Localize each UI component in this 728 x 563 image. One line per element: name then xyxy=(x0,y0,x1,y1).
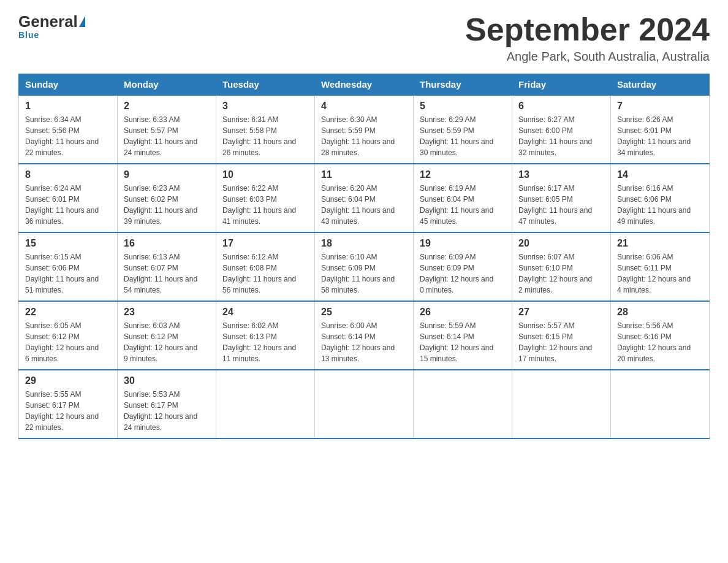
day-info: Sunrise: 6:00 AMSunset: 6:14 PMDaylight:… xyxy=(321,320,407,364)
day-number: 10 xyxy=(222,169,308,180)
day-info: Sunrise: 6:31 AMSunset: 5:58 PMDaylight:… xyxy=(222,114,308,158)
calendar-day-cell: 30Sunrise: 5:53 AMSunset: 6:17 PMDayligh… xyxy=(118,370,216,439)
calendar-day-cell: 1Sunrise: 6:34 AMSunset: 5:56 PMDaylight… xyxy=(19,95,118,164)
calendar-day-cell: 29Sunrise: 5:55 AMSunset: 6:17 PMDayligh… xyxy=(19,370,118,439)
calendar-day-cell: 19Sunrise: 6:09 AMSunset: 6:09 PMDayligh… xyxy=(414,232,512,301)
day-number: 20 xyxy=(518,238,604,249)
day-number: 23 xyxy=(124,307,210,318)
day-info: Sunrise: 6:27 AMSunset: 6:00 PMDaylight:… xyxy=(518,114,604,158)
day-number: 14 xyxy=(617,169,703,180)
calendar-day-cell xyxy=(216,370,315,439)
day-info: Sunrise: 6:12 AMSunset: 6:08 PMDaylight:… xyxy=(222,251,308,296)
day-info: Sunrise: 6:16 AMSunset: 6:06 PMDaylight:… xyxy=(617,183,703,227)
day-number: 26 xyxy=(420,307,506,318)
day-number: 17 xyxy=(222,238,308,249)
day-info: Sunrise: 5:56 AMSunset: 6:16 PMDaylight:… xyxy=(617,320,703,364)
calendar-week-row: 22Sunrise: 6:05 AMSunset: 6:12 PMDayligh… xyxy=(19,301,710,370)
day-info: Sunrise: 6:30 AMSunset: 5:59 PMDaylight:… xyxy=(321,114,407,158)
day-info: Sunrise: 6:10 AMSunset: 6:09 PMDaylight:… xyxy=(321,251,407,296)
day-number: 28 xyxy=(617,307,703,318)
day-info: Sunrise: 6:15 AMSunset: 6:06 PMDaylight:… xyxy=(25,251,111,296)
calendar-week-row: 8Sunrise: 6:24 AMSunset: 6:01 PMDaylight… xyxy=(19,164,710,232)
calendar-day-cell: 27Sunrise: 5:57 AMSunset: 6:15 PMDayligh… xyxy=(512,301,611,370)
calendar-day-cell: 6Sunrise: 6:27 AMSunset: 6:00 PMDaylight… xyxy=(512,95,611,164)
calendar-day-cell: 18Sunrise: 6:10 AMSunset: 6:09 PMDayligh… xyxy=(315,232,414,301)
day-number: 6 xyxy=(518,101,604,112)
calendar-day-cell: 10Sunrise: 6:22 AMSunset: 6:03 PMDayligh… xyxy=(216,164,315,232)
calendar-day-cell: 12Sunrise: 6:19 AMSunset: 6:04 PMDayligh… xyxy=(414,164,512,232)
day-info: Sunrise: 6:13 AMSunset: 6:07 PMDaylight:… xyxy=(124,251,210,296)
calendar-day-cell: 16Sunrise: 6:13 AMSunset: 6:07 PMDayligh… xyxy=(118,232,216,301)
calendar-day-cell: 23Sunrise: 6:03 AMSunset: 6:12 PMDayligh… xyxy=(118,301,216,370)
calendar-day-cell xyxy=(611,370,710,439)
day-number: 3 xyxy=(222,101,308,112)
calendar-header-friday: Friday xyxy=(512,74,611,96)
calendar-day-cell: 11Sunrise: 6:20 AMSunset: 6:04 PMDayligh… xyxy=(315,164,414,232)
day-number: 29 xyxy=(25,375,111,386)
calendar-day-cell: 3Sunrise: 6:31 AMSunset: 5:58 PMDaylight… xyxy=(216,95,315,164)
calendar-header-thursday: Thursday xyxy=(414,74,512,96)
calendar-day-cell: 7Sunrise: 6:26 AMSunset: 6:01 PMDaylight… xyxy=(611,95,710,164)
day-number: 1 xyxy=(25,101,111,112)
subtitle: Angle Park, South Australia, Australia xyxy=(465,50,710,64)
title-area: September 2024 Angle Park, South Austral… xyxy=(465,12,710,64)
calendar-day-cell: 14Sunrise: 6:16 AMSunset: 6:06 PMDayligh… xyxy=(611,164,710,232)
calendar-day-cell: 2Sunrise: 6:33 AMSunset: 5:57 PMDaylight… xyxy=(118,95,216,164)
day-info: Sunrise: 6:20 AMSunset: 6:04 PMDaylight:… xyxy=(321,183,407,227)
calendar-day-cell xyxy=(512,370,611,439)
calendar-day-cell: 21Sunrise: 6:06 AMSunset: 6:11 PMDayligh… xyxy=(611,232,710,301)
calendar-day-cell: 20Sunrise: 6:07 AMSunset: 6:10 PMDayligh… xyxy=(512,232,611,301)
day-info: Sunrise: 6:33 AMSunset: 5:57 PMDaylight:… xyxy=(124,114,210,158)
day-info: Sunrise: 6:24 AMSunset: 6:01 PMDaylight:… xyxy=(25,183,111,227)
calendar-day-cell: 22Sunrise: 6:05 AMSunset: 6:12 PMDayligh… xyxy=(19,301,118,370)
day-info: Sunrise: 6:19 AMSunset: 6:04 PMDaylight:… xyxy=(420,183,506,227)
day-number: 19 xyxy=(420,238,506,249)
day-number: 5 xyxy=(420,101,506,112)
calendar-week-row: 29Sunrise: 5:55 AMSunset: 6:17 PMDayligh… xyxy=(19,370,710,439)
calendar-table: SundayMondayTuesdayWednesdayThursdayFrid… xyxy=(18,74,710,439)
day-number: 12 xyxy=(420,169,506,180)
day-number: 4 xyxy=(321,101,407,112)
calendar-day-cell xyxy=(315,370,414,439)
calendar-day-cell xyxy=(414,370,512,439)
day-info: Sunrise: 5:53 AMSunset: 6:17 PMDaylight:… xyxy=(124,389,210,433)
day-info: Sunrise: 6:02 AMSunset: 6:13 PMDaylight:… xyxy=(222,320,308,364)
logo-triangle-icon xyxy=(79,16,85,27)
day-info: Sunrise: 5:55 AMSunset: 6:17 PMDaylight:… xyxy=(25,389,111,433)
day-info: Sunrise: 5:59 AMSunset: 6:14 PMDaylight:… xyxy=(420,320,506,364)
calendar-week-row: 1Sunrise: 6:34 AMSunset: 5:56 PMDaylight… xyxy=(19,95,710,164)
calendar-header-monday: Monday xyxy=(118,74,216,96)
calendar-day-cell: 5Sunrise: 6:29 AMSunset: 5:59 PMDaylight… xyxy=(414,95,512,164)
logo-general-text: General xyxy=(18,12,78,31)
day-info: Sunrise: 6:34 AMSunset: 5:56 PMDaylight:… xyxy=(25,114,111,158)
day-info: Sunrise: 6:07 AMSunset: 6:10 PMDaylight:… xyxy=(518,251,604,296)
main-title: September 2024 xyxy=(465,12,710,47)
calendar-day-cell: 15Sunrise: 6:15 AMSunset: 6:06 PMDayligh… xyxy=(19,232,118,301)
day-number: 8 xyxy=(25,169,111,180)
day-number: 30 xyxy=(124,375,210,386)
day-info: Sunrise: 6:03 AMSunset: 6:12 PMDaylight:… xyxy=(124,320,210,364)
day-number: 18 xyxy=(321,238,407,249)
calendar-header-row: SundayMondayTuesdayWednesdayThursdayFrid… xyxy=(19,74,710,96)
logo: General Blue xyxy=(18,12,85,40)
day-info: Sunrise: 6:29 AMSunset: 5:59 PMDaylight:… xyxy=(420,114,506,158)
day-number: 13 xyxy=(518,169,604,180)
day-info: Sunrise: 6:22 AMSunset: 6:03 PMDaylight:… xyxy=(222,183,308,227)
day-number: 25 xyxy=(321,307,407,318)
calendar-day-cell: 28Sunrise: 5:56 AMSunset: 6:16 PMDayligh… xyxy=(611,301,710,370)
day-number: 21 xyxy=(617,238,703,249)
day-info: Sunrise: 6:23 AMSunset: 6:02 PMDaylight:… xyxy=(124,183,210,227)
calendar-day-cell: 24Sunrise: 6:02 AMSunset: 6:13 PMDayligh… xyxy=(216,301,315,370)
day-number: 11 xyxy=(321,169,407,180)
day-info: Sunrise: 6:17 AMSunset: 6:05 PMDaylight:… xyxy=(518,183,604,227)
day-number: 2 xyxy=(124,101,210,112)
day-info: Sunrise: 6:06 AMSunset: 6:11 PMDaylight:… xyxy=(617,251,703,296)
day-number: 16 xyxy=(124,238,210,249)
day-number: 22 xyxy=(25,307,111,318)
calendar-day-cell: 8Sunrise: 6:24 AMSunset: 6:01 PMDaylight… xyxy=(19,164,118,232)
calendar-header-wednesday: Wednesday xyxy=(315,74,414,96)
day-info: Sunrise: 6:05 AMSunset: 6:12 PMDaylight:… xyxy=(25,320,111,364)
calendar-day-cell: 9Sunrise: 6:23 AMSunset: 6:02 PMDaylight… xyxy=(118,164,216,232)
day-number: 9 xyxy=(124,169,210,180)
day-number: 15 xyxy=(25,238,111,249)
